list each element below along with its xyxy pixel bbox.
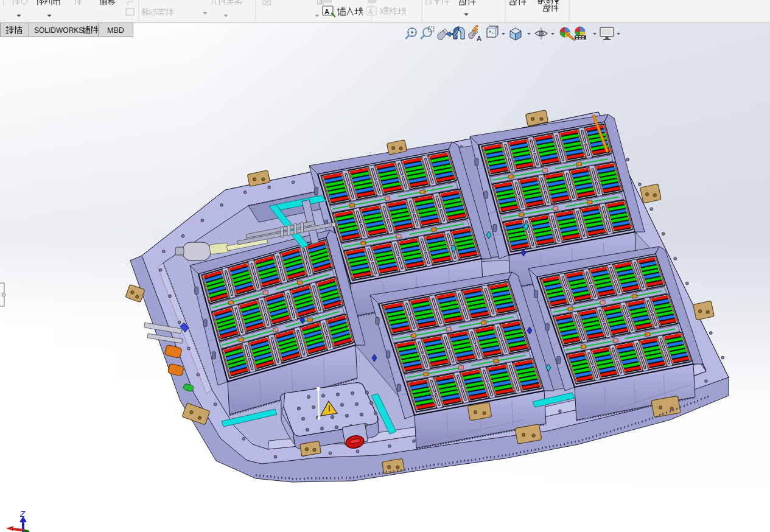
svg-text:SOLIDWORKS: SOLIDWORKS <box>34 26 83 35</box>
svg-text:A: A <box>324 8 329 15</box>
svg-text:MBD: MBD <box>107 26 124 35</box>
svg-text:A: A <box>368 9 373 15</box>
svg-text:A: A <box>477 35 481 42</box>
